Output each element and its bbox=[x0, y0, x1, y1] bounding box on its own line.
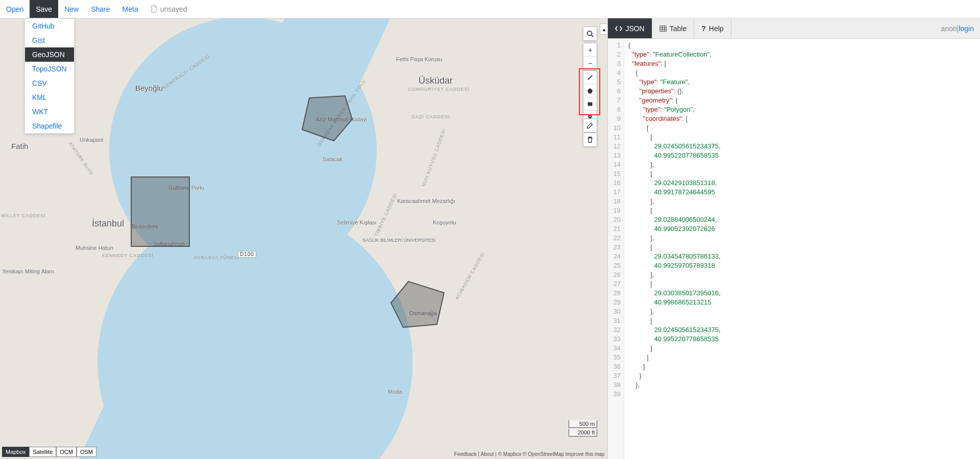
svg-rect-6 bbox=[588, 102, 593, 106]
edit-control bbox=[583, 118, 597, 133]
drawn-polygon-2[interactable] bbox=[388, 278, 448, 329]
menu-share[interactable]: Share bbox=[85, 0, 116, 18]
login-link[interactable]: login bbox=[959, 24, 974, 33]
auth-anon: anon bbox=[941, 24, 957, 33]
draw-toolbar bbox=[583, 70, 597, 124]
table-icon bbox=[659, 25, 667, 32]
edit-button[interactable] bbox=[583, 119, 597, 132]
save-topojson[interactable]: TopoJSON bbox=[25, 62, 74, 76]
collapse-panel-button[interactable]: ▴ bbox=[600, 23, 607, 35]
draw-polygon-icon bbox=[586, 87, 594, 94]
save-dropdown: GitHub Gist GeoJSON TopoJSON CSV KML WKT… bbox=[24, 18, 75, 134]
draw-line-icon bbox=[586, 74, 594, 81]
drawn-rectangle[interactable] bbox=[131, 176, 190, 247]
scale-imperial: 2000 ft bbox=[569, 429, 597, 437]
save-github[interactable]: GitHub bbox=[25, 19, 74, 33]
trash-control bbox=[583, 133, 597, 147]
file-icon bbox=[151, 5, 157, 13]
code-editor[interactable]: 1234567891011121314151617181920212223242… bbox=[608, 39, 980, 459]
basemap-ocm[interactable]: OCM bbox=[56, 447, 77, 457]
editor-content[interactable]: { "type": "FeatureCollection", "features… bbox=[624, 39, 725, 459]
drawn-polygon-1[interactable] bbox=[299, 94, 354, 143]
map[interactable]: İstanbul Beyoğlu Fatih Üsküdar Binbirdir… bbox=[0, 18, 607, 459]
save-shapefile[interactable]: Shapefile bbox=[25, 119, 74, 133]
search-control bbox=[583, 27, 597, 41]
zoom-in-button[interactable]: + bbox=[583, 43, 597, 57]
menu-meta[interactable]: Meta bbox=[116, 0, 144, 18]
basemap-mapbox[interactable]: Mapbox bbox=[2, 447, 29, 457]
svg-rect-8 bbox=[660, 26, 666, 31]
svg-marker-0 bbox=[302, 96, 352, 141]
menu-save[interactable]: Save bbox=[30, 0, 58, 18]
trash-icon bbox=[586, 136, 594, 143]
svg-point-2 bbox=[587, 31, 592, 36]
menu-open[interactable]: Open bbox=[0, 0, 30, 18]
menubar: Open Save New Share Meta unsaved bbox=[0, 0, 980, 18]
edit-icon bbox=[586, 122, 594, 129]
scale-control: 500 m 2000 ft bbox=[569, 419, 597, 437]
trash-button[interactable] bbox=[583, 133, 597, 146]
tab-help[interactable]: ? Help bbox=[694, 18, 731, 38]
zoom-control: + − bbox=[583, 43, 597, 70]
svg-marker-1 bbox=[391, 282, 444, 327]
save-wkt[interactable]: WKT bbox=[25, 105, 74, 119]
tab-json[interactable]: JSON bbox=[608, 18, 652, 38]
svg-point-7 bbox=[590, 116, 591, 117]
code-icon bbox=[615, 25, 622, 32]
map-tiles bbox=[0, 18, 607, 459]
search-button[interactable] bbox=[583, 27, 597, 40]
basemap-osm[interactable]: OSM bbox=[77, 447, 96, 457]
save-csv[interactable]: CSV bbox=[25, 76, 74, 90]
basemap-satellite[interactable]: Satellite bbox=[29, 447, 56, 457]
save-kml[interactable]: KML bbox=[25, 90, 74, 105]
draw-polygon-button[interactable] bbox=[583, 84, 597, 97]
menu-new[interactable]: New bbox=[58, 0, 85, 18]
panel-tabs: JSON Table ? Help anon | login bbox=[608, 18, 980, 39]
basemap-switcher: Mapbox Satellite OCM OSM bbox=[2, 447, 96, 457]
search-icon bbox=[586, 30, 594, 37]
save-gist[interactable]: Gist bbox=[25, 33, 74, 47]
tab-table[interactable]: Table bbox=[652, 18, 694, 38]
svg-marker-5 bbox=[587, 88, 593, 93]
scale-metric: 500 m bbox=[569, 420, 597, 428]
draw-line-button[interactable] bbox=[583, 71, 597, 84]
editor-gutter: 1234567891011121314151617181920212223242… bbox=[608, 39, 624, 459]
right-panel: JSON Table ? Help anon | login 123456789… bbox=[607, 18, 980, 459]
file-status: unsaved bbox=[144, 0, 193, 18]
auth-area: anon | login bbox=[935, 18, 980, 38]
zoom-out-button[interactable]: − bbox=[583, 57, 597, 70]
help-icon: ? bbox=[701, 24, 706, 33]
draw-rectangle-icon bbox=[586, 100, 594, 108]
map-attribution: Feedback | About | © Mapbox © OpenStreet… bbox=[454, 451, 605, 457]
svg-line-4 bbox=[588, 75, 593, 80]
draw-rectangle-button[interactable] bbox=[583, 97, 597, 111]
save-geojson[interactable]: GeoJSON bbox=[25, 47, 74, 62]
svg-line-3 bbox=[592, 35, 594, 37]
